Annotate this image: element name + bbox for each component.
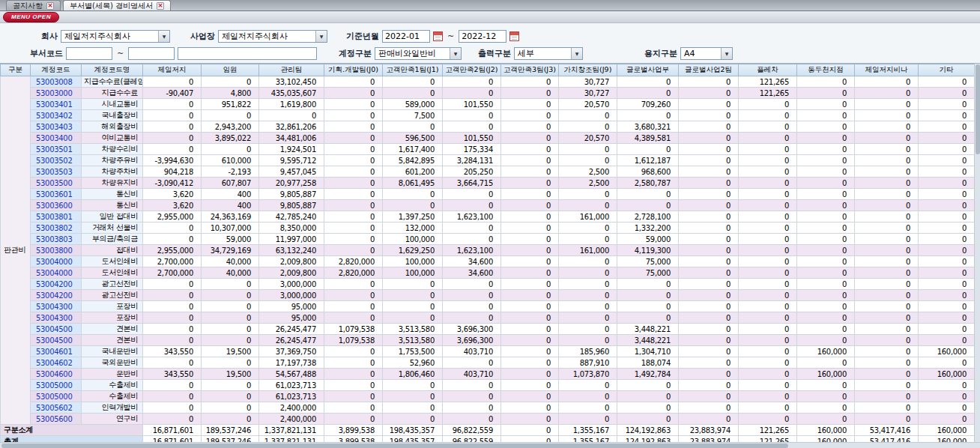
amount-cell: 887,910 [559,357,617,369]
amount-cell: 32,861,206 [259,121,324,133]
table-row[interactable]: 53004601국내운반비343,55019,50037,369,75001,7… [1,346,975,357]
table-row[interactable]: 53004200광고선전비003,000,00000000000000 [1,279,975,290]
amount-cell: -3,090,412 [143,178,202,189]
period-to-input[interactable] [459,30,506,43]
amount-cell: 0 [443,121,501,133]
amount-cell: 1,619,800 [259,99,324,110]
amount-cell: 0 [559,290,617,301]
dept-filter-group: 부서코드 ~ [30,46,317,60]
table-row[interactable]: 53003803부의금/축의금059,00011,997,0000100,000… [1,234,975,245]
amount-cell: 1,492,784 [617,369,679,380]
horizontal-scrollbar[interactable] [0,442,980,448]
dept-code-from-input[interactable] [66,47,112,60]
amount-cell: 0 [855,324,919,335]
table-row[interactable]: 53005000수출제비0061,023,71300000000000 [1,391,975,402]
paper-select[interactable]: A4 [680,47,733,60]
amount-cell: 9,805,887 [259,200,324,211]
horizontal-scrollbar-thumb[interactable] [1,444,788,448]
amount-cell: 198,435,357 [383,436,443,443]
account-select[interactable]: 판매비와일반비 [375,47,462,60]
table-row[interactable]: 53005602인력개발비002,400,00000000000000 [1,402,975,414]
amount-cell: -2,193 [202,166,259,178]
site-select[interactable]: 제일저지주식회사 [218,30,327,43]
table-row[interactable]: 53004300포장비0095,00000000000000 [1,312,975,324]
amount-cell: 132,000 [383,223,443,234]
table-row[interactable]: 53003400여비교통비03,895,02234,481,0060596,50… [1,133,975,144]
amount-cell: 0 [202,76,259,88]
amount-cell: 9,457,045 [259,166,324,178]
table-row[interactable]: 53005000수출제비0061,023,71300000000000 [1,380,975,391]
amount-cell: 2,400,000 [259,402,324,414]
table-row[interactable]: 53003501차량수리비001,924,50101,617,400175,33… [1,144,975,155]
amount-cell: 0 [501,99,559,110]
table-row[interactable]: 53004500견본비0026,245,4771,079,5383,513,58… [1,335,975,346]
amount-cell: 0 [559,223,617,234]
company-select[interactable]: 제일저지주식회사 [61,30,170,43]
amount-cell: 0 [143,121,202,133]
chevron-down-icon[interactable] [721,48,732,59]
table-row[interactable]: 53004200광고선전비003,000,00000000000000 [1,290,975,301]
table-row[interactable]: 53003800접대비2,955,00034,729,16963,132,240… [1,245,975,256]
table-row[interactable]: 판관비53003008지급수수료(클레임)0033,102,450000030,… [1,76,975,88]
amount-cell: 0 [797,223,855,234]
amount-cell: 2,500 [559,178,617,189]
chevron-down-icon[interactable] [315,31,327,42]
chevron-down-icon[interactable] [571,48,582,59]
chevron-down-icon[interactable] [450,48,461,59]
table-row[interactable]: 53005600연구비002,400,00000000000000 [1,414,975,425]
amount-cell: 0 [443,279,501,290]
dept-code-to-input[interactable] [128,47,175,60]
amount-cell: 0 [324,414,383,425]
account-code-cell: 53004600 [31,369,82,380]
amount-cell: 59,000 [202,234,259,245]
table-row[interactable]: 53004600운반비343,55019,50054,567,48801,806… [1,369,975,380]
table-row[interactable]: 53003500차량유지비-3,090,412607,80720,977,258… [1,178,975,189]
table-row[interactable]: 53003000지급수수료-90,4074,800435,035,6070000… [1,88,975,99]
calendar-icon[interactable] [433,31,443,41]
table-row[interactable]: 53004300포장비0095,00000000000000 [1,301,975,312]
amount-cell: 0 [324,99,383,110]
amount-cell: 0 [679,223,739,234]
amount-cell: 160,000 [919,436,975,443]
amount-cell: 0 [559,391,617,402]
close-icon[interactable] [157,2,164,10]
table-row[interactable]: 53004602국외운반비0017,197,738052,96000887,91… [1,357,975,369]
amount-cell: 0 [559,279,617,290]
amount-cell: 20,977,258 [259,178,324,189]
menu-open-button[interactable]: MENU OPEN [3,12,59,22]
column-header: 플레차 [739,64,797,76]
table-row[interactable]: 53003802거래처 선물비010,307,0008,350,0000132,… [1,223,975,234]
tab-expense-report[interactable]: 부서별(세목) 경비명세서 [63,0,171,10]
amount-cell: 0 [617,76,679,88]
table-row[interactable]: 53004000도서인쇄비2,700,00040,0002,009,8002,8… [1,256,975,267]
table-row[interactable]: 53004000도서인쇄비2,700,00040,0002,009,8002,8… [1,267,975,279]
period-from-input[interactable] [382,30,430,43]
vertical-scrollbar-thumb[interactable] [976,64,980,154]
table-row[interactable]: 53003401시내교통비0951,8221,619,8000589,00010… [1,99,975,110]
dept-name-field[interactable] [178,47,317,60]
chevron-down-icon[interactable] [158,31,169,42]
table-row[interactable]: 53003801일반 접대비2,955,00024,363,16942,785,… [1,211,975,223]
close-icon[interactable] [46,2,54,10]
amount-cell: 0 [559,155,617,166]
column-header: 고객만족1팀(J1) [383,64,443,76]
column-header: 제일저지 [143,64,202,76]
amount-cell: 0 [324,279,383,290]
amount-cell: 1,612,187 [617,155,679,166]
amount-cell: 0 [797,380,855,391]
amount-cell: 0 [739,357,797,369]
table-row[interactable]: 53003403해외출장비02,943,20032,861,206000003,… [1,121,975,133]
table-row[interactable]: 53003502차량주유비-3,994,630610,0009,595,7120… [1,155,975,166]
calendar-icon[interactable] [509,31,519,41]
vertical-scrollbar[interactable] [974,64,980,442]
table-row[interactable]: 53003402국내출장비00007,500000000000 [1,110,975,121]
table-row[interactable]: 53003503차량주차비904,218-2,1939,457,0450601,… [1,166,975,178]
output-select[interactable]: 세부 [514,47,583,60]
table-row[interactable]: 53004500견본비0026,245,4771,079,5383,513,58… [1,324,975,335]
amount-cell: 0 [919,200,975,211]
table-row[interactable]: 53003601통신비3,6204009,805,88700000000000 [1,189,975,200]
table-row[interactable]: 53003600통신비3,6204009,805,88700000000000 [1,200,975,211]
amount-cell: 59,000 [617,234,679,245]
amount-cell: 124,192,863 [617,425,679,436]
tab-notice[interactable]: 공지사항 [6,0,61,10]
